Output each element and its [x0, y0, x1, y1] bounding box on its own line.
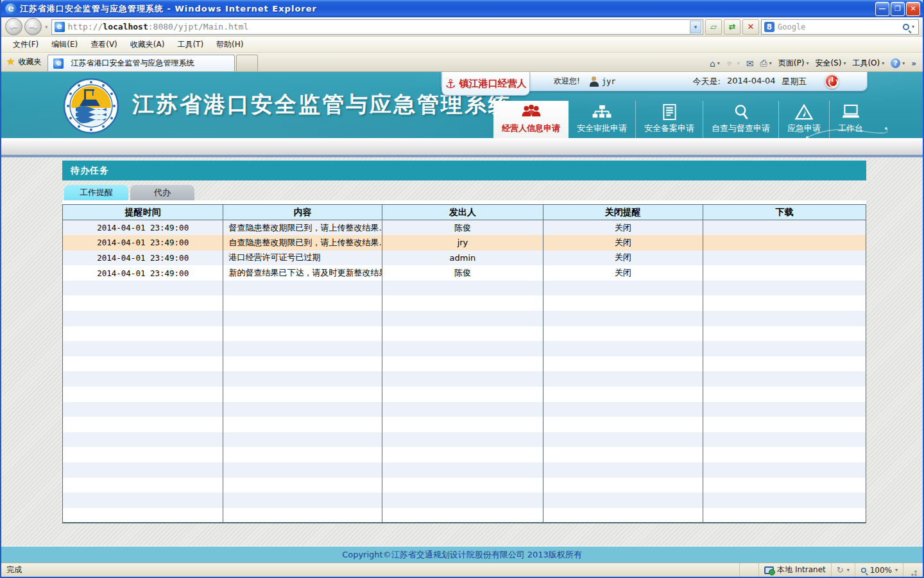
cell-close	[543, 371, 703, 387]
nav-item-inspection[interactable]: 自查与督查申请	[703, 101, 778, 138]
print-dropdown-icon[interactable]: ▾	[769, 60, 772, 66]
star-icon: ★	[6, 56, 15, 67]
table-row: 2014-04-01 23:49:00督查隐患整改期限已到，请上传整改结果…陈俊…	[63, 220, 866, 236]
logout-power-button[interactable]	[825, 74, 839, 89]
refresh-button[interactable]: ⇄	[724, 19, 740, 35]
cell-time	[63, 417, 223, 432]
status-text: 完成	[1, 563, 739, 577]
cell-sender: admin	[382, 250, 543, 266]
cell-download	[703, 462, 866, 478]
menu-bar: 文件(F) 编辑(E) 查看(V) 收藏夹(A) 工具(T) 帮助(H)	[1, 37, 923, 53]
nav-item-emergency[interactable]: 应急申请	[778, 101, 829, 138]
tools-menu-button[interactable]: 工具(O)▾	[852, 58, 884, 69]
cell-download	[703, 402, 866, 417]
cell-close[interactable]: 关闭	[543, 220, 703, 236]
menu-view[interactable]: 查看(V)	[84, 37, 124, 52]
tools-dropdown-icon: ▾	[882, 60, 884, 66]
favorites-button[interactable]: ★ 收藏夹	[1, 53, 47, 71]
cell-time	[63, 462, 223, 478]
cell-content	[223, 326, 382, 342]
table-row-empty	[63, 326, 866, 342]
cell-download	[703, 417, 866, 432]
home-dropdown-icon[interactable]: ▾	[717, 60, 720, 66]
search-dropdown-icon[interactable]: ▾	[912, 24, 914, 30]
cell-sender	[382, 326, 543, 342]
resize-grip[interactable]	[903, 563, 923, 577]
safety-menu-button[interactable]: 安全(S)▾	[815, 58, 846, 69]
page-menu-button[interactable]: 页面(P)▾	[778, 58, 809, 69]
close-button[interactable]: ✕	[906, 2, 920, 16]
cell-time	[63, 311, 223, 326]
back-button[interactable]: ←	[5, 18, 22, 35]
cell-close	[543, 387, 703, 402]
feed-dropdown-icon: ▾	[737, 60, 740, 66]
panel-tabs: 工作提醒 代办	[64, 185, 866, 200]
cell-close	[543, 508, 703, 523]
help-menu-button[interactable]: ?▾	[891, 58, 905, 68]
stop-button[interactable]: ✕	[742, 19, 759, 35]
main-nav: 经营人信息申请 安全审批申请	[493, 101, 871, 138]
zone-label: 本地 Intranet	[777, 565, 826, 575]
users-icon	[520, 104, 542, 120]
zoom-control[interactable]: 100% ▾	[855, 563, 903, 577]
read-mail-icon[interactable]: ✉	[746, 58, 754, 69]
cell-download	[703, 387, 866, 402]
welcome-label: 欢迎您!	[554, 76, 580, 87]
new-tab-stub[interactable]	[236, 55, 258, 71]
menu-tools[interactable]: 工具(T)	[171, 37, 210, 52]
browser-tab[interactable]: e 江苏省港口安全监管与应急管理系统	[47, 55, 235, 71]
search-icon[interactable]	[903, 24, 909, 30]
cell-close	[543, 417, 703, 432]
compatibility-view-button[interactable]: ▱	[705, 19, 722, 35]
favorites-bar: ★ 收藏夹 e 江苏省港口安全监管与应急管理系统 ⌂▾ ᯤ▾ ✉ ⎙▾ 页面(P…	[1, 53, 923, 72]
cell-close[interactable]: 关闭	[543, 265, 703, 281]
site-header: 江苏省港口安全监管与应急管理系统 ⚓ 镇江港口经营人 欢迎您! jyr 今天是:…	[1, 72, 923, 138]
nav-item-safety-approval[interactable]: 安全审批申请	[569, 101, 635, 138]
minimize-button[interactable]: —	[875, 2, 889, 16]
cell-close	[543, 326, 703, 342]
nav-item-operator-info[interactable]: 经营人信息申请	[493, 101, 569, 138]
cell-close	[543, 493, 703, 508]
cell-sender	[382, 387, 543, 402]
warning-icon	[794, 104, 814, 120]
overflow-chevron-icon[interactable]: »	[911, 59, 916, 68]
status-spacer	[739, 563, 758, 577]
cell-sender: 陈俊	[382, 220, 543, 236]
forward-button[interactable]: →	[24, 18, 42, 35]
cell-close	[543, 447, 703, 462]
feed-icon[interactable]: ᯤ	[726, 58, 735, 69]
table-row-empty	[63, 387, 866, 402]
cell-close[interactable]: 关闭	[543, 235, 703, 250]
cell-content	[223, 432, 382, 448]
cell-time: 2014-04-01 23:49:00	[63, 250, 223, 266]
history-dropdown-icon[interactable]: ▾	[45, 24, 48, 30]
nav-item-workbench[interactable]: 工作台	[829, 101, 871, 138]
address-dropdown-button[interactable]: ▾	[690, 21, 701, 33]
role-badge-label: 镇江港口经营人	[459, 78, 527, 90]
menu-help[interactable]: 帮助(H)	[210, 37, 250, 52]
menu-favorites[interactable]: 收藏夹(A)	[124, 37, 171, 52]
menu-edit[interactable]: 编辑(E)	[45, 37, 84, 52]
table-row-empty	[63, 478, 866, 493]
tab-work-reminder[interactable]: 工作提醒	[64, 185, 128, 200]
cell-sender	[382, 447, 543, 462]
home-icon[interactable]: ⌂	[710, 58, 715, 69]
cell-download	[703, 508, 866, 523]
cell-content	[223, 508, 382, 523]
restore-button[interactable]: ❐	[891, 2, 905, 16]
print-icon[interactable]: ⎙	[760, 58, 767, 69]
port-logo	[63, 78, 119, 134]
nav-item-safety-record[interactable]: 安全备案申请	[635, 101, 703, 138]
page-favicon: e	[55, 22, 65, 32]
menu-file[interactable]: 文件(F)	[6, 37, 45, 52]
favorites-label: 收藏夹	[18, 57, 41, 67]
tab-todo[interactable]: 代办	[130, 185, 194, 200]
cell-close[interactable]: 关闭	[543, 250, 703, 266]
cell-time	[63, 478, 223, 493]
cell-content	[223, 402, 382, 417]
search-input[interactable]: 8 Google ▾	[761, 19, 919, 35]
cell-time	[63, 387, 223, 402]
address-input[interactable]: e http://localhost:8080/yjpt/Main.html ▾	[51, 19, 703, 35]
protected-mode-button[interactable]: ↻ ▾	[831, 563, 855, 577]
cell-content: 港口经营许可证号已过期	[223, 250, 382, 266]
